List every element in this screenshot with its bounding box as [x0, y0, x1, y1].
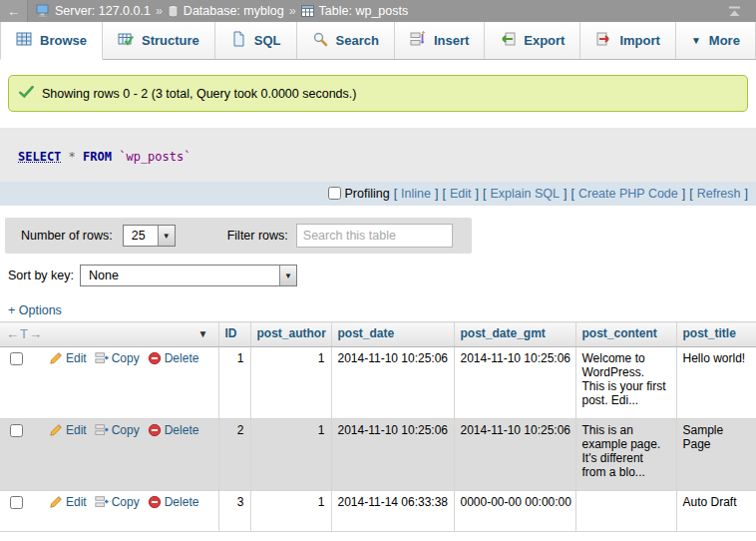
column-header-post-author[interactable]: post_author — [250, 322, 331, 347]
tab-search[interactable]: Search — [297, 22, 395, 59]
cell-id: 2 — [218, 419, 250, 491]
column-header-id[interactable]: ID — [218, 322, 250, 347]
rows-per-page-select[interactable]: 25 ▼ — [123, 225, 176, 247]
copy-rows-icon[interactable] — [95, 351, 109, 365]
delete-circle-icon[interactable] — [148, 423, 162, 437]
rows-control-bar: Number of rows: 25 ▼ Filter rows: — [5, 218, 472, 254]
tab-label: SQL — [254, 33, 281, 48]
bracket: [ — [442, 187, 445, 201]
column-header-post-title[interactable]: post_title — [676, 322, 756, 347]
edit-pencil-icon[interactable] — [49, 495, 63, 509]
export-icon — [500, 31, 516, 50]
tab-browse[interactable]: Browse — [0, 22, 103, 60]
column-header-post-date-gmt[interactable]: post_date_gmt — [454, 322, 575, 347]
edit-row-link[interactable]: Edit — [66, 423, 87, 437]
dropdown-arrow-icon: ▼ — [158, 226, 175, 246]
cell-post-content: Welcome to WordPress. This is your first… — [575, 347, 676, 419]
sql-query-box: SELECT * FROM `wp_posts` Profiling [ Inl… — [0, 128, 756, 206]
breadcrumb-table[interactable]: Table: wp_posts — [319, 4, 409, 18]
explain-sql-link[interactable]: Explain SQL — [490, 187, 559, 201]
table-header-row: ←T→ ▼ ID post_author post_date post_date… — [0, 322, 756, 347]
browse-icon — [16, 31, 32, 50]
edit-row-link[interactable]: Edit — [66, 351, 87, 365]
sort-by-key-label: Sort by key: — [8, 269, 74, 282]
breadcrumb-server[interactable]: Server: 127.0.0.1 — [55, 4, 151, 18]
row-checkbox[interactable] — [10, 424, 23, 437]
column-header-post-date[interactable]: post_date — [331, 322, 454, 347]
table-row: Edit Copy Delete 1 1 2014-11-10 10:25:06… — [0, 347, 756, 419]
results-table: ←T→ ▼ ID post_author post_date post_date… — [0, 321, 756, 532]
tab-sql[interactable]: SQL — [215, 22, 297, 59]
tab-export[interactable]: Export — [485, 22, 580, 59]
delete-circle-icon[interactable] — [148, 351, 162, 365]
cell-post-date-gmt: 2014-11-10 10:25:06 — [454, 419, 575, 491]
delete-row-link[interactable]: Delete — [165, 423, 199, 437]
bracket: [ — [570, 187, 573, 201]
sql-keyword-select[interactable]: SELECT — [18, 150, 61, 164]
delete-row-link[interactable]: Delete — [165, 495, 199, 509]
success-check-icon — [19, 85, 34, 102]
success-text: Showing rows 0 - 2 (3 total, Query took … — [42, 87, 356, 101]
copy-row-link[interactable]: Copy — [112, 423, 140, 437]
tab-insert[interactable]: Insert — [395, 22, 485, 59]
edit-pencil-icon[interactable] — [49, 423, 63, 437]
breadcrumb-bar: ← Server: 127.0.0.1 » Database: myblog »… — [0, 0, 756, 22]
edit-query-link[interactable]: Edit — [450, 187, 472, 201]
refresh-link[interactable]: Refresh — [697, 187, 741, 201]
column-move-icon[interactable]: ←T→ — [6, 326, 43, 341]
chevron-down-icon: ▼ — [691, 35, 701, 46]
cell-post-date: 2014-11-10 10:25:06 — [331, 419, 454, 491]
delete-row-link[interactable]: Delete — [165, 351, 199, 365]
cell-post-date: 2014-11-10 10:25:06 — [331, 347, 454, 419]
bracket: ] — [564, 187, 567, 201]
copy-row-link[interactable]: Copy — [112, 351, 140, 365]
delete-circle-icon[interactable] — [148, 495, 162, 509]
tab-label: Search — [336, 33, 379, 48]
filter-rows-input[interactable] — [296, 224, 453, 248]
tab-import[interactable]: Import — [580, 22, 675, 59]
breadcrumb-database[interactable]: Database: myblog — [184, 4, 284, 18]
sql-star: * — [69, 150, 76, 164]
table-icon — [301, 5, 314, 17]
success-message: Showing rows 0 - 2 (3 total, Query took … — [8, 75, 748, 112]
cell-id: 3 — [218, 491, 250, 532]
back-arrow-button[interactable]: ← — [0, 0, 28, 22]
header-dropdown-icon[interactable]: ▼ — [198, 328, 208, 339]
sort-by-key-select[interactable]: None ▼ — [80, 265, 297, 286]
tab-structure[interactable]: Structure — [103, 22, 215, 59]
bracket: ] — [682, 187, 685, 201]
tab-label: Export — [524, 33, 565, 48]
cell-post-content: This is an example page. It's different … — [575, 419, 676, 491]
tab-more[interactable]: ▼ More — [676, 22, 756, 59]
options-toggle-link[interactable]: + Options — [8, 303, 62, 317]
filter-rows-label: Filter rows: — [227, 229, 288, 243]
copy-row-link[interactable]: Copy — [112, 495, 140, 509]
row-checkbox[interactable] — [10, 352, 23, 365]
profiling-checkbox[interactable] — [328, 187, 341, 200]
sql-keyword-from: FROM — [83, 150, 112, 164]
cell-post-author: 1 — [250, 347, 331, 419]
copy-rows-icon[interactable] — [95, 495, 109, 509]
sort-by-key-value: None — [81, 266, 279, 285]
edit-pencil-icon[interactable] — [49, 351, 63, 365]
import-icon — [595, 31, 611, 50]
copy-rows-icon[interactable] — [95, 423, 109, 437]
create-php-code-link[interactable]: Create PHP Code — [578, 187, 678, 201]
sql-icon — [230, 31, 246, 50]
sql-identifier: `wp_posts` — [119, 150, 190, 164]
column-header-post-content[interactable]: post_content — [575, 322, 676, 347]
insert-icon — [410, 31, 426, 50]
row-checkbox[interactable] — [10, 496, 23, 509]
bracket: ] — [745, 187, 748, 201]
profiling-checkbox-label[interactable]: Profiling — [328, 187, 389, 201]
row-actions-cell: Edit Copy Delete — [0, 491, 218, 532]
tab-label: Insert — [434, 33, 469, 48]
structure-icon — [118, 31, 134, 50]
bracket: [ — [483, 187, 486, 201]
collapse-console-icon[interactable] — [727, 5, 742, 18]
profiling-label: Profiling — [344, 187, 389, 201]
inline-link[interactable]: Inline — [401, 187, 431, 201]
actions-header: ←T→ ▼ — [0, 322, 218, 347]
tab-label: More — [709, 33, 740, 48]
edit-row-link[interactable]: Edit — [66, 495, 87, 509]
